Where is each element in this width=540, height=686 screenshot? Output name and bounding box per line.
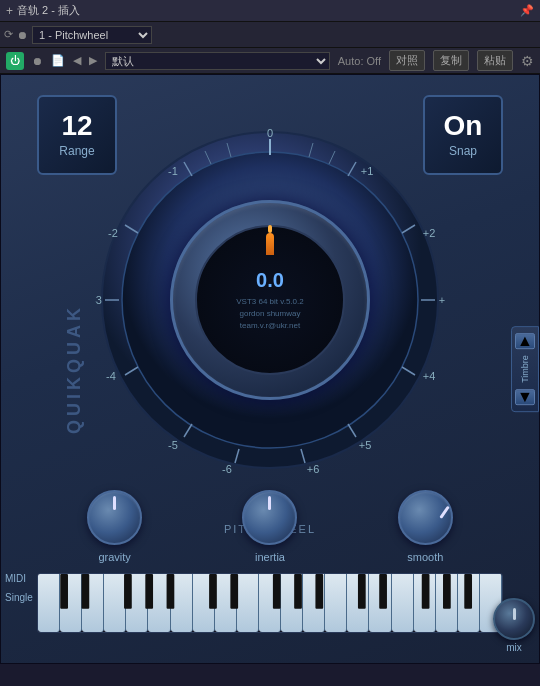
piano-key-d3[interactable] [369,574,391,632]
piano-key-e2[interactable] [237,574,259,632]
svg-text:+5: +5 [359,439,372,451]
svg-text:-6: -6 [222,463,232,475]
svg-text:+1: +1 [361,165,374,177]
paste-button[interactable]: 粘贴 [477,50,513,71]
outer-ring: 0 +1 -1 +2 -2 +3 -3 [95,125,445,475]
mix-knob[interactable] [493,598,535,640]
gravity-knob-container: gravity [87,490,142,563]
piano-key-a3[interactable] [458,574,480,632]
piano-key-g2[interactable] [281,574,303,632]
svg-text:+6: +6 [307,463,320,475]
svg-text:-4: -4 [106,370,116,382]
piano-key-c3[interactable] [347,574,369,632]
timbre-up-button[interactable]: ▲ [515,333,535,349]
piano-key-d[interactable] [60,574,82,632]
gravity-indicator [113,496,116,510]
gravity-label: gravity [98,551,130,563]
toolbar2: ⏻ ⏺ 📄 ◀ ▶ 默认 Auto: Off 对照 复制 粘贴 ⚙ [0,48,540,74]
snap-label: Snap [449,144,477,158]
display-value: 0.0 [256,269,284,292]
pin-icon[interactable]: 📌 [520,4,534,17]
back-icon[interactable]: ◀ [73,54,81,67]
inertia-knob-container: inertia [242,490,297,563]
svg-text:-5: -5 [168,439,178,451]
piano-key-a[interactable] [148,574,170,632]
piano-key-f2[interactable] [259,574,281,632]
inertia-knob[interactable] [242,490,297,545]
midi-label: MIDI [5,573,33,584]
file-icon[interactable]: 📄 [51,54,65,67]
record-icon: ⏺ [17,29,28,41]
record-arm-icon[interactable]: ⏺ [32,55,43,67]
piano-key-e3[interactable] [392,574,414,632]
mirror-button[interactable]: 对照 [389,50,425,71]
smooth-label: smooth [407,551,443,563]
svg-text:-1: -1 [168,165,178,177]
single-label: Single [5,592,33,603]
mix-label: mix [506,642,522,653]
forward-icon[interactable]: ▶ [89,54,97,67]
add-icon: + [6,4,13,18]
main-knob[interactable]: 0.0 VST3 64 bit v.5.0.2 gordon shumway t… [170,200,370,400]
settings-icon[interactable]: ⚙ [521,53,534,69]
inertia-label: inertia [255,551,285,563]
main-dial-container: 0 +1 -1 +2 -2 +3 -3 [90,85,450,515]
toolbar1: ⟳ ⏺ 1 - Pitchwheel [0,22,540,48]
piano-key-g[interactable] [126,574,148,632]
range-value: 12 [61,112,92,140]
auto-off-label: Auto: Off [338,55,381,67]
piano-key-f[interactable] [104,574,126,632]
piano-keyboard[interactable] [37,573,503,633]
piano-key-c2[interactable] [193,574,215,632]
gravity-knob[interactable] [87,490,142,545]
power-button[interactable]: ⏻ [6,52,24,70]
svg-text:0: 0 [267,127,273,139]
piano-key-f3[interactable] [414,574,436,632]
mix-indicator [513,608,516,620]
mix-knob-area: mix [493,598,535,653]
copy-button[interactable]: 复制 [433,50,469,71]
smooth-indicator [439,506,449,519]
svg-text:+2: +2 [423,227,436,239]
piano-area: MIDI Single [37,573,503,663]
brand-label: QuikQuak [64,304,85,434]
piano-key-e[interactable] [82,574,104,632]
preset-select[interactable]: 默认 [105,52,330,70]
smooth-knob-container: smooth [398,490,453,563]
bottom-knobs: gravity inertia smooth [37,490,503,563]
piano-key-c[interactable] [38,574,60,632]
piano-key-b2[interactable] [325,574,347,632]
title-text: 音轨 2 - 插入 [17,3,80,18]
svg-text:-2: -2 [108,227,118,239]
piano-key-a2[interactable] [303,574,325,632]
track-select[interactable]: 1 - Pitchwheel [32,26,152,44]
timbre-sidebar: ▲ Timbre ▼ [511,326,539,412]
needle [263,225,277,255]
timbre-down-button[interactable]: ▼ [515,389,535,405]
smooth-knob[interactable] [398,490,453,545]
svg-text:-3: -3 [95,294,102,306]
title-bar: + 音轨 2 - 插入 📌 [0,0,540,22]
timbre-label: Timbre [520,355,530,383]
piano-key-d2[interactable] [215,574,237,632]
piano-key-b[interactable] [171,574,193,632]
inertia-indicator [268,496,271,510]
loop-icon: ⟳ [4,28,13,41]
plugin-area: QuikQuak 12 Range On Snap [0,74,540,664]
piano-key-g3[interactable] [436,574,458,632]
svg-text:+4: +4 [423,370,436,382]
svg-text:+3: +3 [439,294,445,306]
display-info: VST3 64 bit v.5.0.2 gordon shumway team.… [236,296,303,332]
